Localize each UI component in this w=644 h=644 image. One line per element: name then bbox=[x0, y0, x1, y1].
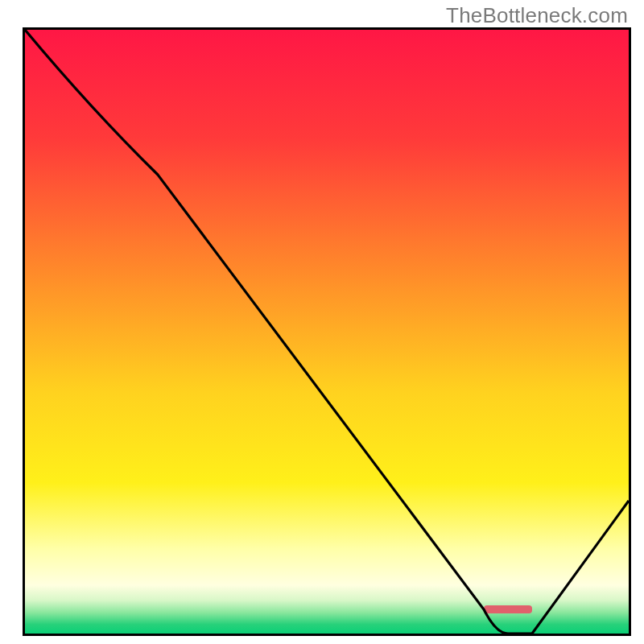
plot-area bbox=[23, 27, 631, 636]
gradient-background bbox=[25, 30, 629, 634]
optimal-marker bbox=[484, 605, 532, 613]
watermark-text: TheBottleneck.com bbox=[446, 3, 628, 28]
chart-container: TheBottleneck.com bbox=[0, 0, 644, 644]
chart-svg bbox=[25, 30, 629, 634]
